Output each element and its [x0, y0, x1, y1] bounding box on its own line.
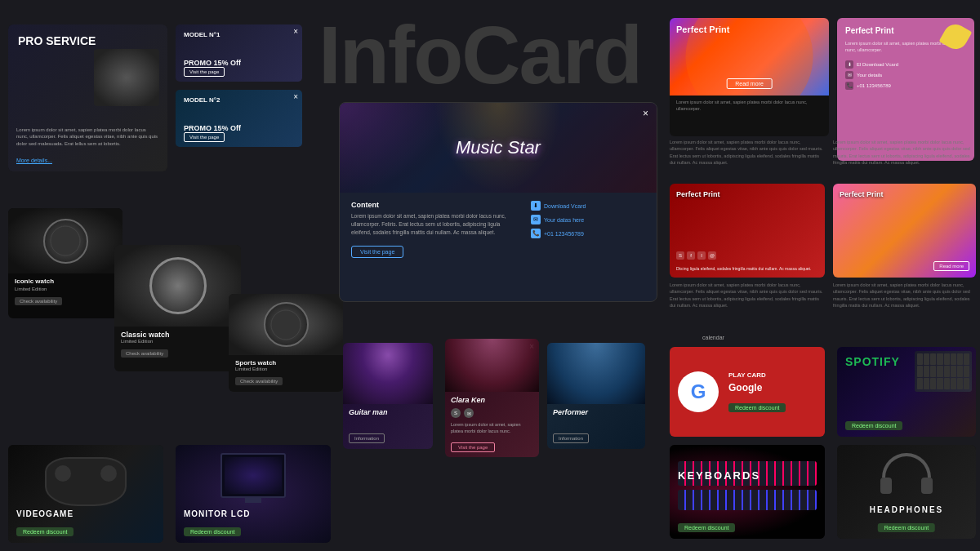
clara-title: Clara Ken	[445, 392, 539, 406]
download-vcard-link[interactable]: ⬇ Download Vcard	[531, 201, 645, 211]
card-perfect-print-portrait-1: Perfect Print S f I @ Dkcing ligula elei…	[670, 184, 825, 278]
card-monitor-lcd: MONITOR LCD Redeem discount	[176, 445, 331, 543]
google-redeem-button[interactable]: Redeem discount	[728, 403, 786, 412]
pp-portrait-2-title: Perfect Print	[840, 190, 884, 198]
monitor-background: MONITOR LCD Redeem discount	[176, 445, 331, 543]
clara-body-text: Lorem ipsum dolor sit amet, sapien plate…	[445, 420, 539, 436]
google-text: PLAY CARD Google Redeem discount	[728, 371, 817, 413]
perfect-print-title-1: Perfect Print	[676, 24, 729, 34]
clara-stage-bg	[445, 339, 539, 392]
card-videogame: VIDEOGAME Redeem discount	[8, 445, 163, 543]
envelope-icon[interactable]: ✉	[464, 408, 474, 418]
pp-portrait-1-title: Perfect Print	[676, 190, 720, 198]
controller-icon	[45, 457, 127, 506]
watch-iconic-name: Iconic watch	[8, 273, 122, 287]
headphones-icon	[882, 453, 931, 494]
music-star-contacts: ⬇ Download Vcard ✉ Your datas here 📞 +01…	[531, 201, 645, 258]
monitor-title: MONITOR LCD	[184, 509, 250, 518]
card-watch-classic: Classic watch Limited Edition Check avai…	[114, 245, 241, 371]
videogame-redeem-button[interactable]: Redeem discount	[16, 527, 74, 536]
music-star-title: Music Star	[456, 137, 541, 158]
spotify-redeem-button[interactable]: Redeem discount	[845, 421, 902, 430]
card-spotify: SPOTIFY Redeem discount	[837, 347, 976, 437]
watch-classic-name: Classic watch	[114, 327, 241, 339]
contact-download-vcard[interactable]: ⬇ El Download Vcard	[845, 60, 966, 69]
google-icon: G	[678, 371, 719, 412]
facebook-icon[interactable]: f	[687, 251, 695, 260]
watch-iconic-sub: Limited Edition	[8, 287, 122, 291]
close-icon[interactable]: ×	[293, 27, 298, 36]
card-watch-sports: Sports watch Limited Edition Check avail…	[229, 294, 343, 392]
text-block-2: Lorem ipsum dolor sit amet, sapien plate…	[833, 139, 976, 166]
text-block-1: Lorem ipsum dolor sit amet, sapien plate…	[670, 139, 825, 166]
watch-sports-avail-button[interactable]: Check availability	[235, 377, 283, 385]
art-background-1: Perfect Print Read more	[670, 18, 829, 96]
headphone-ear-left	[880, 478, 892, 494]
watch-face-iconic	[43, 219, 88, 264]
modal-music-star: × Music Star Content Lorem ipsum dolor s…	[339, 102, 657, 302]
envelope-icon: ✉	[845, 71, 853, 79]
text-block-3: Lorem ipsum dolor sit amet, sapien plate…	[670, 282, 825, 309]
read-more-button-1[interactable]: Read more	[726, 78, 773, 89]
monitor-screen	[225, 457, 282, 494]
watch-image	[94, 49, 159, 106]
card-model-2: × MODEL N°2 PROMO 15% Off Visit the page	[176, 90, 302, 147]
email-icon[interactable]: @	[708, 251, 716, 260]
model2-title: MODEL N°2	[184, 96, 220, 104]
more-details-link[interactable]: More details...	[16, 158, 52, 163]
app-title: InfoCard	[318, 8, 641, 102]
model1-title: MODEL N°1	[184, 31, 220, 38]
card-performer: Performer Information	[547, 343, 645, 449]
guitar-man-title: Guitar man	[343, 404, 433, 418]
clara-visit-button[interactable]: Visit the page	[451, 442, 495, 452]
videogame-title: VIDEOGAME	[16, 509, 74, 518]
music-star-visit-button[interactable]: Visit the page	[351, 246, 403, 258]
watch-classic-avail-button[interactable]: Check availability	[121, 349, 168, 358]
art-bg-colorful: Perfect Print Read more	[833, 184, 976, 278]
guitar-man-info-button[interactable]: Information	[349, 433, 385, 443]
pp-portrait-1-sub: Dkcing ligula eleifend, sodales fringill…	[676, 266, 811, 271]
calendar-label: calendar	[702, 335, 724, 340]
card-clara: × Clara Ken S ✉ Lorem ipsum dolor sit am…	[445, 339, 539, 457]
instagram-icon[interactable]: I	[697, 251, 706, 260]
keyboards-title: KEYBOARDS	[678, 469, 760, 482]
model2-visit-button[interactable]: Visit the page	[184, 132, 225, 142]
pro-service-body: Lorem ipsum dolor sit amet, sapien plate…	[16, 127, 159, 147]
watch-sports-name: Sports watch	[229, 355, 343, 367]
music-star-body: Content Lorem ipsum dolor sit amet, sapi…	[340, 193, 657, 266]
performer-info-button[interactable]: Information	[553, 433, 589, 443]
close-icon[interactable]: ×	[643, 108, 648, 119]
monitor-redeem-button[interactable]: Redeem discount	[184, 527, 241, 536]
contact-phone[interactable]: 📞 +01 123456789	[845, 82, 966, 90]
social-icons: S f I @	[676, 251, 716, 260]
headphones-redeem-button[interactable]: Redeem discount	[878, 523, 935, 532]
phone-icon: 📞	[845, 82, 853, 90]
content-label: Content	[351, 201, 519, 209]
download-icon: ⬇	[531, 201, 541, 211]
contact-details[interactable]: ✉ Your details	[845, 71, 966, 79]
card-perfect-print-portrait-2: Perfect Print Read more	[833, 184, 976, 278]
headphones-background: HEADPHONES Redeem discount	[837, 445, 976, 539]
game-background: VIDEOGAME Redeem discount	[8, 445, 163, 543]
your-datas-link[interactable]: ✉ Your datas here	[531, 215, 645, 224]
skype-icon[interactable]: S	[676, 251, 684, 260]
card-keyboards: KEYBOARDS Redeem discount	[670, 445, 825, 539]
card-model-1: × MODEL N°1 PROMO 15% Off Visit the page	[176, 24, 302, 82]
text-block-4: Lorem ipsum dolor sit amet, sapien plate…	[833, 282, 976, 309]
phone-link[interactable]: 📞 +01 123456789	[531, 229, 645, 238]
skype-icon[interactable]: S	[451, 408, 461, 418]
headphone-arc	[882, 453, 931, 478]
watch-face-sports	[264, 302, 309, 347]
close-icon[interactable]: ×	[293, 92, 298, 101]
model1-visit-button[interactable]: Visit the page	[184, 67, 225, 77]
watch-sports-sub: Limited Edition	[229, 367, 343, 371]
phone-icon: 📞	[531, 229, 541, 238]
keyboards-redeem-button[interactable]: Redeem discount	[678, 523, 735, 532]
card-google-play: G PLAY CARD Google Redeem discount	[670, 347, 825, 437]
art-bg-red: Perfect Print S f I @ Dkcing ligula elei…	[670, 184, 825, 278]
watch-iconic-avail-button[interactable]: Check availability	[15, 297, 62, 305]
read-more-button-2[interactable]: Read more	[933, 261, 969, 271]
envelope-icon: ✉	[531, 215, 541, 224]
model2-promo: PROMO 15% Off	[184, 124, 241, 132]
headphone-ear-right	[921, 478, 933, 494]
